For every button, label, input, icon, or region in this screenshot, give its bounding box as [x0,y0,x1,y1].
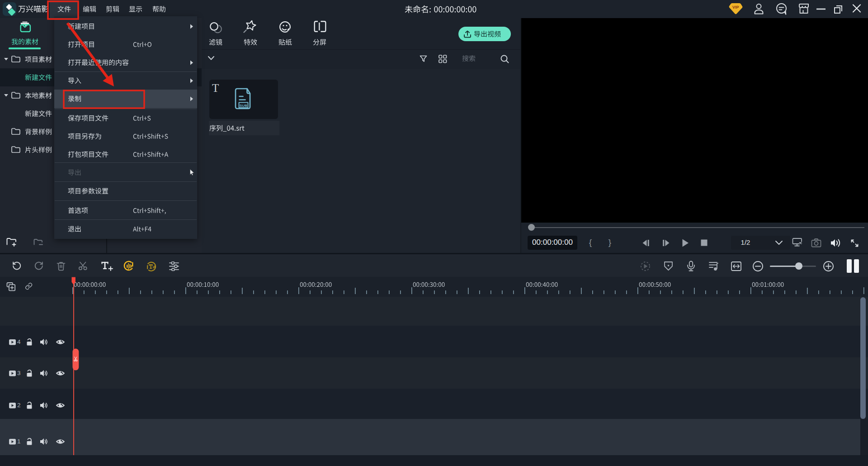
svg-text:SUB: SUB [240,104,248,108]
svg-text:VIP: VIP [732,5,739,10]
